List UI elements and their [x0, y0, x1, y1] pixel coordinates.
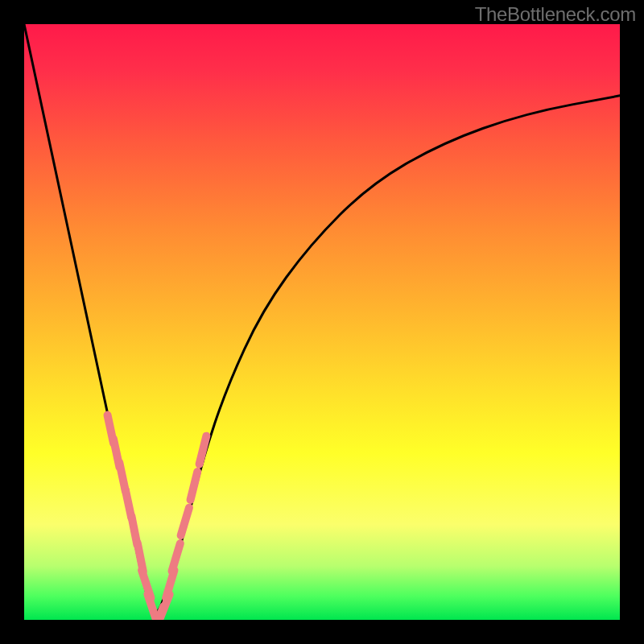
tick-mark	[181, 508, 189, 535]
plot-area	[24, 24, 620, 620]
watermark-text: TheBottleneck.com	[475, 3, 636, 26]
tick-mark	[172, 543, 180, 571]
tick-marks-group	[108, 415, 207, 620]
tick-mark	[191, 472, 198, 500]
curve-svg	[24, 24, 620, 620]
bottleneck-curve	[24, 24, 620, 612]
chart-frame: TheBottleneck.com	[0, 0, 644, 644]
tick-mark	[200, 436, 207, 464]
